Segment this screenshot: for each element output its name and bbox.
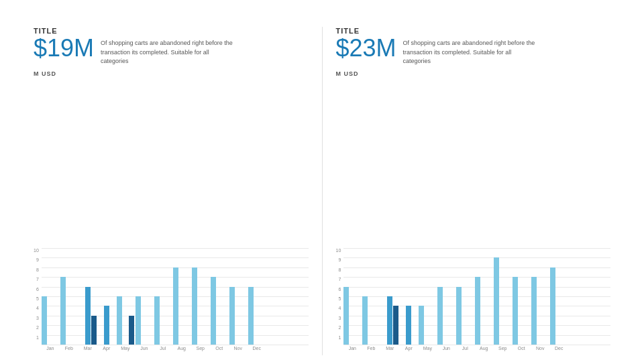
- x-label: Jan: [343, 346, 361, 351]
- bar: [117, 296, 122, 345]
- left-description: Of shopping carts are abandoned right be…: [101, 36, 235, 66]
- bar-group: [173, 248, 191, 345]
- bar: [129, 316, 134, 345]
- bar: [531, 277, 537, 345]
- bar-group: [42, 248, 59, 345]
- bar-group: [98, 248, 115, 345]
- bar: [343, 287, 349, 345]
- bar: [42, 296, 47, 345]
- bar: [85, 287, 91, 345]
- right-musd-label: M USD: [336, 70, 611, 77]
- bar-group: [79, 248, 97, 345]
- bar: [456, 287, 462, 345]
- bar-group: [531, 248, 549, 345]
- x-label: May: [419, 346, 436, 351]
- x-label: Feb: [60, 346, 78, 351]
- bar: [154, 296, 160, 345]
- bar: [91, 316, 97, 345]
- bar: [550, 267, 555, 345]
- left-x-labels: JanFebMarAprMayJunJulAugSepOctNovDec: [42, 346, 309, 351]
- x-label: Sep: [494, 346, 511, 351]
- x-label: Nov: [531, 346, 549, 351]
- x-label: Feb: [362, 346, 380, 351]
- bar: [513, 277, 518, 345]
- bar-group: [494, 248, 511, 345]
- bar: [437, 287, 443, 345]
- left-y-axis: 10 9 8 7 6 5 4 3 2 1: [34, 248, 39, 355]
- x-label: Oct: [513, 346, 530, 351]
- x-label: Jul: [456, 346, 474, 351]
- left-panel: TITLE $19M Of shopping carts are abandon…: [20, 27, 323, 355]
- bar-group: [154, 248, 172, 345]
- left-chart-area: 10 9 8 7 6 5 4 3 2 1 JanFebMarAprMayJunJ…: [34, 78, 309, 356]
- right-chart-area: 10 9 8 7 6 5 4 3 2 1 JanFebMarAprMayJunJ…: [336, 78, 611, 356]
- left-bars: [42, 248, 309, 345]
- bar: [192, 267, 197, 345]
- bar: [494, 257, 499, 345]
- right-big-number: $23M: [336, 36, 396, 60]
- bar: [475, 277, 480, 345]
- x-label: Mar: [79, 346, 97, 351]
- x-label: Dec: [550, 346, 568, 351]
- page: TITLE $19M Of shopping carts are abandon…: [0, 0, 644, 362]
- bar-group: [60, 248, 78, 345]
- bar: [173, 267, 178, 345]
- bar: [229, 287, 235, 345]
- right-main-row: $23M Of shopping carts are abandoned rig…: [336, 36, 611, 66]
- bar: [60, 277, 66, 345]
- left-musd-label: M USD: [34, 70, 309, 77]
- bar-group: [400, 248, 417, 345]
- x-label: Jan: [42, 346, 59, 351]
- x-label: Apr: [98, 346, 115, 351]
- x-label: Oct: [211, 346, 228, 351]
- bar-group: [136, 248, 153, 345]
- bar-group: [211, 248, 228, 345]
- bar-group: [419, 248, 436, 345]
- bar-group: [381, 248, 398, 345]
- bar-group: [362, 248, 380, 345]
- bar-group: [117, 248, 134, 345]
- right-bars: [343, 248, 610, 345]
- bar-group: [456, 248, 474, 345]
- bar: [406, 306, 411, 345]
- bar: [136, 296, 141, 345]
- bar: [248, 287, 254, 345]
- bar: [419, 306, 424, 345]
- right-panel: TITLE $23M Of shopping carts are abandon…: [323, 27, 625, 355]
- bar-group: [343, 248, 361, 345]
- bar: [362, 296, 368, 345]
- x-label: Nov: [229, 346, 247, 351]
- x-label: Dec: [248, 346, 266, 351]
- bar-group: [550, 248, 568, 345]
- bar: [104, 306, 109, 345]
- bar-group: [513, 248, 530, 345]
- bar-group: [248, 248, 266, 345]
- right-x-labels: JanFebMarAprMayJunJulAugSepOctNovDec: [343, 346, 610, 351]
- left-chart-inner: JanFebMarAprMayJunJulAugSepOctNovDec: [42, 248, 309, 355]
- left-big-number: $19M: [34, 36, 94, 60]
- x-label: Apr: [400, 346, 417, 351]
- x-label: May: [117, 346, 134, 351]
- x-label: Aug: [173, 346, 191, 351]
- bar-group: [437, 248, 455, 345]
- bar: [211, 277, 216, 345]
- right-description: Of shopping carts are abandoned right be…: [403, 36, 537, 66]
- bar: [387, 296, 392, 345]
- bar-group: [229, 248, 247, 345]
- x-label: Mar: [381, 346, 398, 351]
- x-label: Aug: [475, 346, 492, 351]
- charts-row: TITLE $19M Of shopping carts are abandon…: [20, 27, 624, 355]
- x-label: Jun: [136, 346, 153, 351]
- bar-group: [192, 248, 209, 345]
- bar: [393, 306, 398, 345]
- bar-group: [475, 248, 492, 345]
- x-label: Jul: [154, 346, 172, 351]
- left-main-row: $19M Of shopping carts are abandoned rig…: [34, 36, 309, 66]
- right-y-axis: 10 9 8 7 6 5 4 3 2 1: [336, 248, 341, 355]
- right-chart-inner: JanFebMarAprMayJunJulAugSepOctNovDec: [343, 248, 610, 355]
- x-label: Sep: [192, 346, 209, 351]
- x-label: Jun: [437, 346, 455, 351]
